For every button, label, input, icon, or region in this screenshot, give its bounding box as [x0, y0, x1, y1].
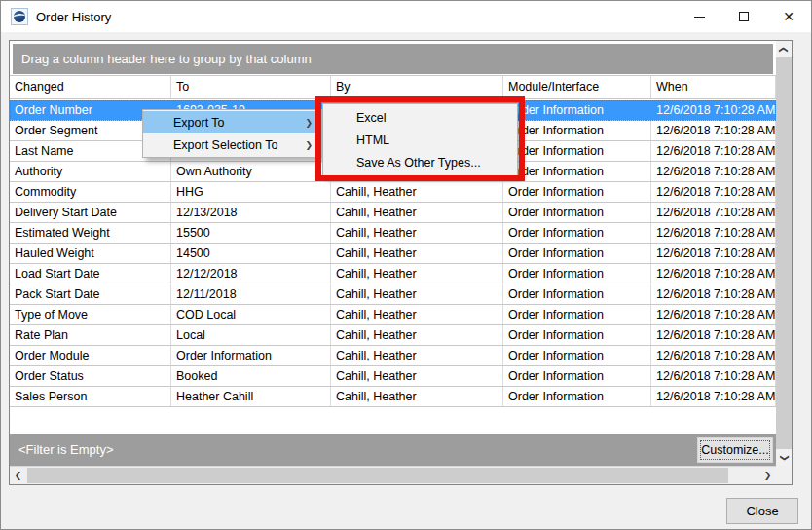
cell-when: 12/6/2018 7:10:28 AM: [651, 223, 776, 243]
cell-changed: Commodity: [10, 182, 171, 202]
close-icon: ✕: [783, 10, 794, 23]
vertical-scrollbar-track[interactable]: [776, 57, 792, 449]
cell-to: COD Local: [171, 305, 331, 324]
cell-by: Cahill, Heather: [331, 387, 503, 406]
cell-by: Cahill, Heather: [331, 264, 503, 284]
minimize-button[interactable]: [677, 1, 721, 32]
table-row[interactable]: Rate PlanLocalCahill, HeatherOrder Infor…: [10, 325, 776, 346]
cell-module: Order Information: [503, 182, 651, 202]
close-window-button[interactable]: ✕: [766, 1, 811, 32]
submenu-item-excel[interactable]: Excel: [323, 106, 517, 129]
submenu-arrow-icon: ❯: [305, 140, 313, 150]
menu-item-export-to[interactable]: Export To ❯: [143, 111, 321, 133]
cell-module: Order Information: [503, 100, 651, 120]
table-row[interactable]: Load Start Date12/12/2018Cahill, Heather…: [10, 264, 776, 284]
cell-by: Cahill, Heather: [331, 182, 503, 202]
cell-when: 12/6/2018 7:10:28 AM: [651, 305, 776, 324]
globe-icon: [14, 11, 25, 22]
cell-module: Order Information: [503, 162, 651, 181]
cell-to: Heather Cahill: [171, 387, 331, 406]
menu-item-label: Export To: [173, 116, 225, 130]
cell-changed: Order Status: [10, 366, 171, 386]
table-row[interactable]: Delivery Start Date12/13/2018Cahill, Hea…: [10, 203, 776, 223]
horizontal-scrollbar[interactable]: ❮ ❯: [10, 466, 776, 484]
cell-module: Order Information: [503, 284, 651, 304]
order-history-dialog: Order History ✕ Drag a column header her…: [0, 0, 812, 530]
table-row[interactable]: Order StatusBookedCahill, HeatherOrder I…: [10, 366, 776, 387]
customize-button[interactable]: Customize...: [697, 437, 773, 463]
table-row[interactable]: Sales PersonHeather CahillCahill, Heathe…: [10, 387, 776, 407]
cell-module: Order Information: [503, 366, 651, 386]
cell-when: 12/6/2018 7:10:28 AM: [651, 284, 776, 304]
column-header-by[interactable]: By: [331, 76, 503, 98]
scroll-right-arrow-icon[interactable]: ❯: [759, 467, 776, 484]
cell-changed: Estimated Weight: [10, 223, 171, 243]
caption-buttons: ✕: [677, 1, 811, 32]
menu-item-label: Export Selection To: [173, 138, 277, 152]
cell-changed: Hauled Weight: [10, 244, 171, 263]
cell-by: Cahill, Heather: [331, 284, 503, 304]
submenu-arrow-icon: ❯: [305, 118, 313, 128]
group-by-bar[interactable]: Drag a column header here to group by th…: [13, 44, 773, 74]
table-row[interactable]: CommodityHHGCahill, HeatherOrder Informa…: [10, 182, 776, 203]
cell-changed: Type of Move: [10, 305, 171, 324]
maximize-button[interactable]: [721, 1, 766, 32]
submenu-item-save-as-other-types[interactable]: Save As Other Types...: [323, 151, 517, 173]
cell-module: Order Information: [503, 141, 651, 161]
cell-by: Cahill, Heather: [331, 223, 503, 243]
column-header-changed[interactable]: Changed: [10, 76, 171, 98]
scroll-left-arrow-icon[interactable]: ❮: [10, 467, 26, 484]
table-row[interactable]: Order ModuleOrder InformationCahill, Hea…: [10, 346, 776, 366]
cell-by: Cahill, Heather: [331, 325, 503, 345]
app-icon: [11, 8, 28, 25]
cell-module: Order Information: [503, 223, 651, 243]
cell-when: 12/6/2018 7:10:28 AM: [651, 346, 776, 365]
cell-when: 12/6/2018 7:10:28 AM: [651, 121, 776, 140]
cell-by: Cahill, Heather: [331, 305, 503, 324]
title-bar: Order History ✕: [1, 1, 811, 32]
cell-when: 12/6/2018 7:10:28 AM: [651, 162, 776, 181]
column-header-module-interface[interactable]: Module/Interface: [503, 76, 651, 98]
column-header-when[interactable]: When: [651, 76, 776, 98]
cell-changed: Sales Person: [10, 387, 171, 406]
scroll-up-arrow-icon[interactable]: ❮: [776, 41, 792, 57]
window-title: Order History: [36, 10, 111, 24]
cell-changed: Rate Plan: [10, 325, 171, 345]
filter-bar: <Filter is Empty> Customize...: [10, 434, 776, 466]
close-button[interactable]: Close: [726, 498, 798, 524]
cell-by: Cahill, Heather: [331, 203, 503, 222]
vertical-scrollbar[interactable]: ❮ ❮: [776, 41, 792, 466]
scroll-down-arrow-icon[interactable]: ❮: [776, 449, 792, 466]
cell-to: Order Information: [171, 346, 331, 365]
filter-status: <Filter is Empty>: [18, 442, 114, 457]
cell-to: 12/12/2018: [171, 264, 331, 284]
cell-changed: Order Module: [10, 346, 171, 365]
cell-module: Order Information: [503, 346, 651, 365]
table-row[interactable]: Pack Start Date12/11/2018Cahill, Heather…: [10, 284, 776, 305]
cell-module: Order Information: [503, 264, 651, 284]
cell-when: 12/6/2018 7:10:28 AM: [651, 264, 776, 284]
cell-when: 12/6/2018 7:10:28 AM: [651, 366, 776, 386]
context-menu: Export To ❯ Export Selection To ❯: [142, 109, 322, 158]
column-header-to[interactable]: To: [171, 76, 331, 98]
group-by-hint: Drag a column header here to group by th…: [21, 52, 312, 66]
maximize-icon: [739, 12, 749, 21]
cell-changed: Pack Start Date: [10, 284, 171, 304]
table-row[interactable]: Type of MoveCOD LocalCahill, HeatherOrde…: [10, 305, 776, 325]
cell-when: 12/6/2018 7:10:28 AM: [651, 141, 776, 161]
table-row[interactable]: Estimated Weight15500Cahill, HeatherOrde…: [10, 223, 776, 244]
cell-changed: Load Start Date: [10, 264, 171, 284]
menu-item-export-selection-to[interactable]: Export Selection To ❯: [143, 133, 321, 156]
cell-to: HHG: [171, 182, 331, 202]
cell-to: Booked: [171, 366, 331, 386]
horizontal-scrollbar-thumb[interactable]: [27, 468, 728, 483]
cell-module: Order Information: [503, 325, 651, 345]
cell-when: 12/6/2018 7:10:28 AM: [651, 182, 776, 202]
submenu-item-html[interactable]: HTML: [323, 129, 517, 151]
scrollbar-corner: [776, 466, 792, 484]
cell-to: 14500: [171, 244, 331, 263]
cell-by: Cahill, Heather: [331, 346, 503, 365]
cell-when: 12/6/2018 7:10:28 AM: [651, 387, 776, 406]
table-row[interactable]: Hauled Weight14500Cahill, HeatherOrder I…: [10, 244, 776, 264]
cell-module: Order Information: [503, 387, 651, 406]
